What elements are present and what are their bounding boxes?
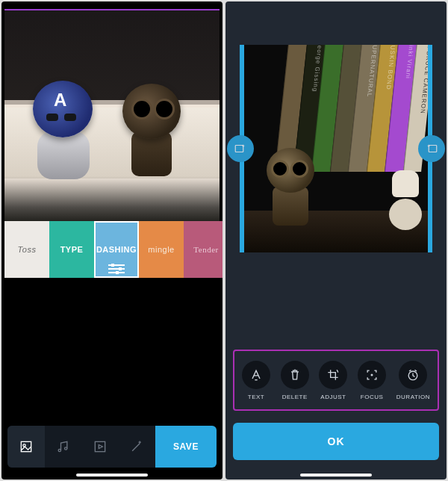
- action-duration[interactable]: DURATION: [396, 361, 430, 400]
- music-tab[interactable]: [45, 426, 82, 468]
- action-adjust[interactable]: ADJUST: [319, 361, 347, 400]
- add-clip-left-button[interactable]: [227, 135, 254, 162]
- crop-rotate-icon: [326, 367, 340, 382]
- adjust-button[interactable]: [319, 361, 347, 389]
- save-button[interactable]: SAVE: [155, 426, 217, 468]
- style-card-label: Tender: [193, 245, 218, 254]
- layout-tab[interactable]: [81, 426, 119, 468]
- svg-rect-5: [235, 146, 243, 152]
- style-card-mingle[interactable]: mingle: [139, 221, 184, 278]
- action-text[interactable]: TEXT: [242, 361, 270, 400]
- svg-point-13: [371, 374, 373, 376]
- style-card-toss[interactable]: Toss: [4, 221, 49, 278]
- style-card-label: mingle: [148, 245, 174, 254]
- table-lamp: [388, 170, 423, 230]
- preview-photo[interactable]: A: [4, 10, 220, 221]
- media-icon: [19, 439, 34, 454]
- bottom-toolbar: SAVE: [7, 426, 217, 468]
- figurine-tree-2: [262, 140, 328, 230]
- action-delete[interactable]: DELETE: [281, 361, 309, 400]
- action-focus[interactable]: FOCUS: [358, 361, 386, 400]
- play-square-icon: [93, 439, 108, 454]
- ok-button[interactable]: OK: [233, 423, 439, 460]
- text-icon: [249, 367, 264, 382]
- action-label: DELETE: [282, 394, 308, 400]
- focus-button[interactable]: [358, 361, 386, 389]
- svg-point-2: [58, 449, 60, 451]
- style-picker[interactable]: TossTYPEDASHINGmingleTender: [4, 221, 220, 278]
- focus-icon: [364, 367, 379, 382]
- text-button[interactable]: [242, 361, 270, 389]
- clip-actions-row: TEXTDELETEADJUSTFOCUSDURATION: [233, 350, 439, 411]
- trash-icon: [287, 367, 302, 382]
- add-clip-left-icon: [234, 142, 247, 155]
- svg-point-3: [65, 447, 67, 450]
- editor-screen-clip: Ceorge GissingSUPERNATURALRUSKIN BONDPin…: [225, 1, 447, 480]
- svg-rect-0: [21, 441, 31, 451]
- figurine-captain: A: [25, 81, 100, 185]
- style-card-label: Toss: [18, 245, 37, 254]
- sliders-icon: [108, 264, 125, 273]
- duration-button[interactable]: [399, 361, 427, 389]
- music-icon: [55, 439, 70, 454]
- clip-trim-area[interactable]: Ceorge GissingSUPERNATURALRUSKIN BONDPin…: [233, 45, 439, 252]
- style-card-type[interactable]: TYPE: [49, 221, 94, 278]
- wand-icon: [129, 439, 144, 454]
- add-clip-right-icon: [425, 142, 438, 155]
- figurine-tree: [115, 76, 197, 188]
- style-card-label: TYPE: [60, 245, 84, 254]
- editor-screen-styles: A TossTYPEDASHINGmingleTender SAVE: [1, 1, 223, 480]
- home-indicator: [76, 474, 148, 477]
- add-clip-right-button[interactable]: [418, 135, 445, 162]
- clock-icon: [405, 367, 420, 382]
- delete-button[interactable]: [281, 361, 309, 389]
- style-card-label: DASHING: [96, 245, 137, 254]
- action-label: TEXT: [248, 394, 264, 400]
- home-indicator: [300, 474, 372, 477]
- clip-preview-photo[interactable]: Ceorge GissingSUPERNATURALRUSKIN BONDPin…: [244, 45, 428, 252]
- style-card-tender[interactable]: Tender: [184, 221, 223, 278]
- magic-tab[interactable]: [119, 426, 156, 468]
- action-label: ADJUST: [320, 394, 346, 400]
- svg-rect-8: [429, 146, 437, 152]
- action-label: FOCUS: [361, 394, 384, 400]
- media-tab[interactable]: [7, 426, 45, 468]
- style-card-dashing[interactable]: DASHING: [94, 221, 139, 278]
- action-label: DURATION: [396, 394, 430, 400]
